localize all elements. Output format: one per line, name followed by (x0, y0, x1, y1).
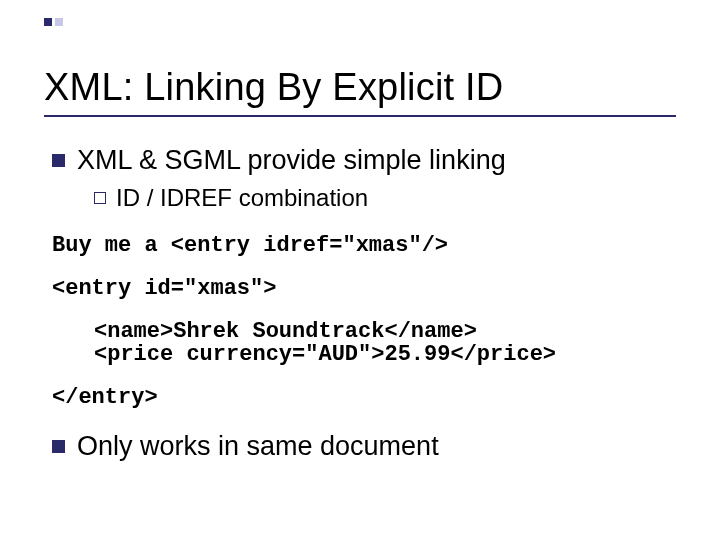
slide-title: XML: Linking By Explicit ID (44, 66, 676, 109)
slide-content: XML: Linking By Explicit ID XML & SGML p… (0, 0, 720, 462)
bullet-square-icon (52, 440, 65, 453)
subbullet-1-rest: / IDREF combination (140, 184, 368, 211)
code-line-4: <price currency="AUD">25.99</price> (94, 343, 676, 366)
title-rule (44, 115, 676, 117)
code-line-1: Buy me a <entry idref="xmas"/> (52, 234, 676, 257)
subbullet-1: ID / IDREF combination (94, 184, 676, 212)
bullet-square-icon (52, 154, 65, 167)
bullet-2-text: Only works in same document (77, 431, 439, 462)
corner-decoration (44, 18, 63, 26)
hollow-square-icon (94, 192, 106, 204)
code-line-2: <entry id="xmas"> (52, 277, 676, 300)
subbullet-1-prefix: ID (116, 184, 140, 211)
bullet-1-text: XML & SGML provide simple linking (77, 145, 506, 176)
code-line-3: <name>Shrek Soundtrack</name> (94, 320, 676, 343)
code-line-5: </entry> (52, 386, 676, 409)
bullet-2: Only works in same document (52, 431, 676, 462)
bullet-1: XML & SGML provide simple linking (52, 145, 676, 176)
subbullet-1-text: ID / IDREF combination (116, 184, 368, 212)
